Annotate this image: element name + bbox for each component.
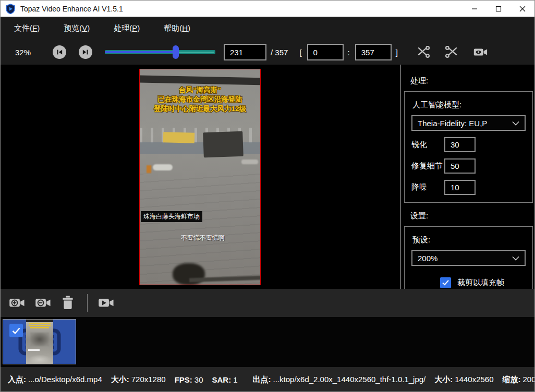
- main-area: 台风“海高斯” 已在珠海市金湾区沿海登陆 登陆时中心附近最大风力12级 珠海白藤…: [1, 65, 534, 289]
- slider-progress: [105, 51, 176, 53]
- video-billboard: [163, 132, 195, 143]
- video-top-band: [139, 75, 261, 85]
- remove-video-button[interactable]: [35, 296, 52, 310]
- menu-bar: 文件(F) 预览(V) 处理(P) 帮助(H): [1, 17, 534, 40]
- video-dark-sign: [203, 131, 244, 158]
- video-list-toolbar: [1, 289, 534, 317]
- minimize-icon: [471, 6, 478, 12]
- menu-process[interactable]: 处理(P): [107, 20, 146, 36]
- slider-remaining: [176, 52, 214, 53]
- camera-plus-icon: [9, 296, 26, 310]
- trim-out-button[interactable]: [445, 46, 458, 58]
- skip-end-icon: [81, 48, 90, 56]
- crop-to-fill-checkbox[interactable]: [440, 277, 451, 288]
- crop-to-fill-row: 裁剪以填充帧: [440, 277, 526, 288]
- close-button[interactable]: [510, 1, 534, 17]
- process-video-button[interactable]: [98, 296, 115, 310]
- menu-help[interactable]: 帮助(H): [157, 20, 197, 36]
- video-headline-caption: 台风“海高斯” 已在珠海市金湾区沿海登陆 登陆时中心附近最大风力12级: [140, 85, 260, 114]
- check-icon: [442, 280, 449, 286]
- video-car: [153, 164, 173, 170]
- skip-start-icon: [55, 48, 64, 56]
- zoom-level: 32%: [15, 48, 36, 57]
- denoise-row: 降噪: [411, 180, 526, 195]
- camera-minus-icon: [35, 296, 52, 310]
- trim-colon: :: [348, 48, 350, 57]
- total-frames-label: / 357: [271, 48, 288, 57]
- preset-dropdown[interactable]: 200%: [411, 250, 526, 266]
- trash-icon: [61, 296, 75, 310]
- status-sar: SAR:1: [212, 375, 238, 384]
- video-orange-object: [147, 165, 151, 173]
- status-out-path: 出点:...ktop/x6d_2.00x_1440x2560_thf-1.0.1…: [253, 375, 426, 385]
- restore-detail-label: 修复细节: [411, 161, 444, 171]
- video-location-caption: 珠海白藤头海鲜市场: [141, 211, 202, 222]
- title-bar: Topaz Video Enhance AI V1.5.1: [1, 1, 534, 17]
- trim-start-input[interactable]: [307, 44, 344, 60]
- menu-preview[interactable]: 预览(V): [57, 20, 96, 36]
- skip-to-end-button[interactable]: [79, 45, 92, 59]
- thumbnail-strip: [1, 317, 534, 367]
- processing-group: 人工智能模型: Theia-Fidelity: EU,P 锐化 修复细节 降噪: [404, 91, 533, 203]
- thumbnail-preview-image: [26, 320, 53, 364]
- delete-button[interactable]: [61, 296, 75, 310]
- video-speech-caption: 不要慌不要慌啊: [181, 234, 225, 242]
- status-scale: 缩放:200%: [503, 375, 535, 385]
- preset-label: 预设:: [412, 235, 526, 245]
- app-logo-icon: [6, 4, 15, 14]
- denoise-label: 降噪: [411, 182, 444, 192]
- video-car2: [241, 160, 258, 164]
- crop-to-fill-label: 裁剪以填充帧: [457, 278, 504, 288]
- sharpen-label: 锐化: [411, 140, 444, 150]
- trim-open-bracket: [: [299, 48, 301, 57]
- skip-to-start-button[interactable]: [53, 45, 66, 59]
- trim-close-bracket: ]: [396, 48, 398, 57]
- timeline-slider[interactable]: [105, 48, 215, 56]
- chevron-down-icon: [512, 121, 519, 126]
- status-fps: FPS:30: [175, 375, 203, 384]
- status-in-size: 大小:720x1280: [111, 375, 166, 385]
- scissors-out-icon: [445, 46, 458, 58]
- preview-button[interactable]: [473, 46, 489, 58]
- playback-toolbar: 32% / 357 [ : ]: [1, 40, 534, 65]
- thumbnail-checkbox[interactable]: [9, 324, 23, 337]
- trim-end-input[interactable]: [355, 44, 392, 60]
- status-bar: 入点:...o/Desktop/x6d.mp4 大小:720x1280 FPS:…: [1, 367, 534, 392]
- check-icon: [12, 327, 20, 334]
- slider-handle[interactable]: [173, 45, 179, 59]
- status-in-file: 入点:...o/Desktop/x6d.mp4: [8, 375, 102, 385]
- minimize-button[interactable]: [463, 1, 487, 17]
- video-frame[interactable]: 台风“海高斯” 已在珠海市金湾区沿海登陆 登陆时中心附近最大风力12级 珠海白藤…: [139, 69, 261, 285]
- right-panel: 处理: 人工智能模型: Theia-Fidelity: EU,P 锐化 修复细节…: [401, 65, 535, 289]
- preview-canvas[interactable]: 台风“海高斯” 已在珠海市金湾区沿海登陆 登陆时中心附近最大风力12级 珠海白藤…: [1, 65, 400, 289]
- restore-detail-input[interactable]: [444, 158, 476, 174]
- denoise-input[interactable]: [444, 180, 476, 195]
- settings-group: 预设: 200% 裁剪以填充帧: [404, 226, 533, 289]
- ai-model-value: Theia-Fidelity: EU,P: [418, 119, 487, 128]
- sharpen-row: 锐化: [411, 137, 526, 152]
- ai-model-label: 人工智能模型:: [412, 100, 526, 110]
- menu-file[interactable]: 文件(F): [8, 20, 46, 36]
- trim-in-button[interactable]: [417, 46, 430, 58]
- window-title: Topaz Video Enhance AI V1.5.1: [20, 5, 123, 13]
- maximize-button[interactable]: [487, 1, 510, 17]
- camera-preview-icon: [473, 46, 489, 58]
- processing-heading: 处理:: [410, 76, 533, 86]
- video-thumbnail-item[interactable]: [3, 319, 76, 364]
- camera-play-icon: [98, 296, 115, 310]
- current-frame-input[interactable]: [224, 44, 266, 60]
- sharpen-input[interactable]: [444, 137, 476, 152]
- close-icon: [519, 6, 526, 12]
- settings-heading: 设置:: [410, 211, 533, 221]
- add-video-button[interactable]: [9, 296, 26, 310]
- maximize-icon: [495, 6, 502, 12]
- restore-detail-row: 修复细节: [411, 158, 526, 174]
- scissors-in-icon: [417, 46, 430, 58]
- preset-value: 200%: [418, 254, 437, 263]
- toolbar-divider: [87, 294, 88, 312]
- ai-model-dropdown[interactable]: Theia-Fidelity: EU,P: [411, 115, 526, 131]
- chevron-down-icon: [512, 256, 519, 261]
- status-out-size: 大小:1440x2560: [434, 375, 493, 385]
